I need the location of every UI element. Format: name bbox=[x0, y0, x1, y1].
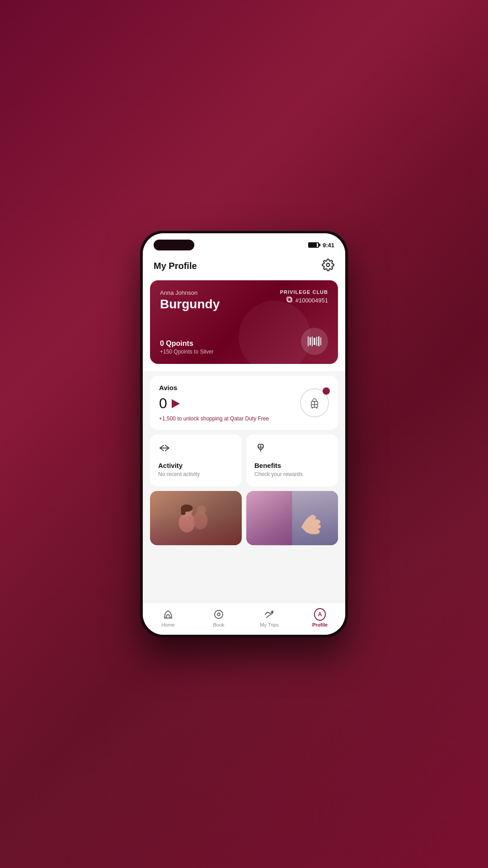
promo-card-2[interactable] bbox=[246, 491, 338, 545]
card-section: Anna Johnson Burgundy PRIVILEGE CLUB bbox=[143, 280, 345, 371]
svg-point-12 bbox=[197, 505, 206, 514]
avios-count: 0 bbox=[159, 395, 269, 412]
avios-label: Avios bbox=[159, 384, 269, 392]
nav-profile-label: Profile bbox=[312, 622, 328, 627]
svg-point-11 bbox=[193, 511, 208, 529]
page-header: My Profile bbox=[143, 253, 345, 280]
card-number: #100004951 bbox=[280, 297, 328, 304]
phone-device: 9:41 My Profile Ann bbox=[140, 231, 348, 637]
benefits-subtitle: Check your rewards bbox=[254, 471, 330, 477]
activity-icon bbox=[158, 443, 234, 455]
activity-subtitle: No recent activity bbox=[158, 471, 234, 477]
page-title: My Profile bbox=[154, 261, 197, 271]
activity-svg-icon bbox=[158, 443, 171, 453]
avios-number: 0 bbox=[159, 395, 167, 412]
benefits-icon bbox=[254, 443, 330, 455]
status-right: 9:41 bbox=[308, 242, 334, 249]
copy-svg-icon bbox=[286, 297, 293, 303]
card-points: 0 Qpoints bbox=[160, 340, 213, 348]
card-number-value: #100004951 bbox=[296, 297, 328, 304]
avios-section[interactable]: Avios 0 +1,500 to unlock shopping at Qat… bbox=[150, 376, 338, 430]
nav-my-trips[interactable]: My Trips bbox=[253, 609, 285, 627]
battery-fill bbox=[309, 243, 317, 247]
promo-image-2 bbox=[246, 491, 338, 545]
svg-rect-8 bbox=[151, 491, 241, 545]
privilege-club: PRIVILEGE CLUB #100004951 bbox=[280, 289, 328, 304]
svg-point-19 bbox=[217, 613, 220, 616]
card-name: Anna Johnson bbox=[160, 289, 220, 296]
copy-icon[interactable] bbox=[286, 297, 293, 304]
promo-card-1[interactable] bbox=[150, 491, 242, 545]
card-points-sub: +150 Qpoints to Silver bbox=[160, 349, 213, 355]
phone-screen: 9:41 My Profile Ann bbox=[143, 233, 345, 635]
my-trips-icon bbox=[263, 609, 275, 620]
card-points-info: 0 Qpoints +150 Qpoints to Silver bbox=[160, 340, 213, 355]
grid-section: Activity No recent activity Benefits Che… bbox=[150, 434, 338, 486]
card-identity: Anna Johnson Burgundy bbox=[160, 289, 220, 311]
settings-button[interactable] bbox=[322, 259, 334, 273]
clock: 9:41 bbox=[323, 242, 334, 249]
camera-notch bbox=[154, 240, 194, 250]
benefits-svg-icon bbox=[254, 443, 267, 453]
membership-card[interactable]: Anna Johnson Burgundy PRIVILEGE CLUB bbox=[150, 280, 338, 364]
activity-title: Activity bbox=[158, 462, 234, 469]
avios-play-icon bbox=[172, 399, 180, 408]
promo-illustration-2 bbox=[246, 491, 338, 545]
avios-left: Avios 0 +1,500 to unlock shopping at Qat… bbox=[159, 384, 269, 422]
benefits-title: Benefits bbox=[254, 462, 330, 469]
home-icon bbox=[162, 609, 174, 620]
svg-point-0 bbox=[327, 264, 330, 267]
main-content: My Profile Anna Johnson Burgundy bbox=[143, 253, 345, 603]
card-tier: Burgundy bbox=[160, 297, 220, 311]
nav-my-trips-label: My Trips bbox=[260, 622, 279, 627]
bottom-navigation: Home Book bbox=[143, 603, 345, 635]
svg-point-18 bbox=[215, 610, 223, 618]
privilege-label: PRIVILEGE CLUB bbox=[280, 289, 328, 295]
activity-card[interactable]: Activity No recent activity bbox=[150, 434, 242, 486]
luggage-icon bbox=[307, 396, 322, 410]
nav-profile[interactable]: A Profile bbox=[304, 609, 336, 627]
gear-icon bbox=[322, 259, 334, 271]
promo-image-1 bbox=[150, 491, 242, 545]
promo-images bbox=[150, 491, 338, 545]
luggage-button[interactable] bbox=[300, 388, 329, 417]
nav-home[interactable]: Home bbox=[152, 609, 184, 627]
battery-icon bbox=[308, 242, 319, 248]
profile-icon: A bbox=[314, 609, 326, 620]
barcode-icon bbox=[308, 336, 321, 346]
book-icon bbox=[213, 609, 225, 620]
barcode-button[interactable] bbox=[301, 328, 328, 355]
profile-avatar: A bbox=[314, 608, 326, 621]
svg-rect-14 bbox=[181, 507, 186, 515]
nav-book-label: Book bbox=[213, 622, 224, 627]
svg-point-9 bbox=[179, 513, 195, 533]
nav-book[interactable]: Book bbox=[203, 609, 235, 627]
home-svg-icon bbox=[163, 609, 174, 620]
status-bar: 9:41 bbox=[143, 233, 345, 253]
benefits-card[interactable]: Benefits Check your rewards bbox=[246, 434, 338, 486]
card-top: Anna Johnson Burgundy PRIVILEGE CLUB bbox=[160, 289, 328, 311]
card-bottom: 0 Qpoints +150 Qpoints to Silver bbox=[160, 328, 328, 355]
trips-svg-icon bbox=[264, 609, 275, 620]
nav-home-label: Home bbox=[161, 622, 174, 627]
people-illustration bbox=[150, 491, 242, 545]
avios-unlock-text: +1,500 to unlock shopping at Qatar Duty … bbox=[159, 415, 269, 422]
book-svg-icon bbox=[213, 609, 224, 620]
